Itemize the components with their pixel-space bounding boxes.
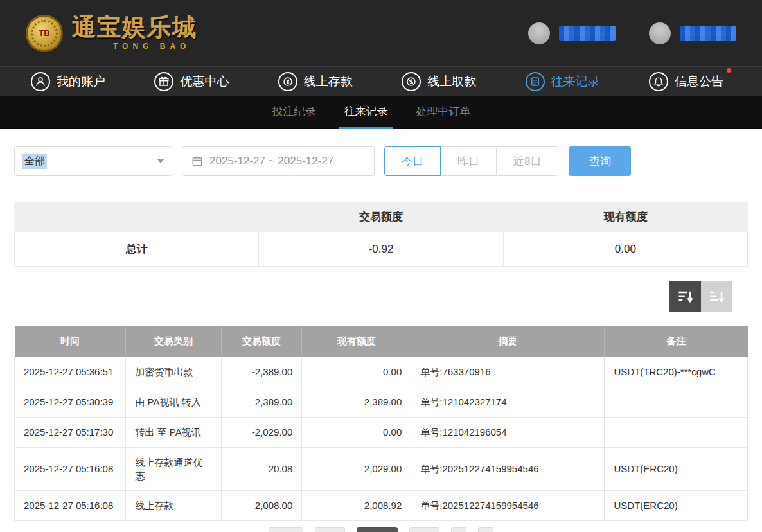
- table-cell: 2025-12-27 05:30:39: [15, 387, 126, 417]
- withdraw-coin-icon: [402, 72, 421, 91]
- table-cell: 线上存款通道优惠: [126, 447, 221, 490]
- table-cell: 单号:202512274159954546: [411, 447, 605, 490]
- table-cell: 2,389.00: [302, 387, 411, 417]
- pagination-bar: [0, 527, 762, 532]
- col-header-summary: 摘要: [411, 326, 605, 357]
- table-cell: 2025-12-27 05:16:08: [15, 447, 126, 490]
- quick-btn-last8days[interactable]: 近8日: [496, 146, 558, 176]
- col-header-time: 时间: [15, 326, 126, 357]
- pagination-button[interactable]: [451, 527, 466, 532]
- sort-ascending-button[interactable]: [701, 281, 732, 312]
- col-header-type: 交易类别: [126, 326, 221, 357]
- chip-tb-label: TB: [39, 28, 49, 38]
- table-cell: USDT(ERC20): [605, 490, 748, 520]
- nav-label: 往来记录: [551, 73, 600, 90]
- user-balance-redacted: [528, 22, 616, 44]
- category-select[interactable]: 全部: [14, 146, 172, 176]
- pagination-button[interactable]: [315, 527, 345, 532]
- nav-item-online-deposit[interactable]: 线上存款: [278, 72, 353, 91]
- nav-item-online-withdrawal[interactable]: 线上取款: [402, 72, 476, 91]
- sort-descending-icon: [677, 288, 695, 306]
- summary-total-row: 总计 -0.92 0.00: [14, 232, 748, 267]
- table-row: 2025-12-27 05:36:51加密货币出款-2,389.000.00单号…: [15, 357, 748, 387]
- table-cell: 由 PA视讯 转入: [126, 387, 221, 417]
- sort-bar: [0, 281, 732, 312]
- quick-btn-yesterday[interactable]: 昨日: [440, 146, 497, 176]
- nav-label: 线上存款: [304, 73, 353, 90]
- col-header-amount: 交易额度: [221, 326, 302, 357]
- table-cell: 单号:121042196054: [411, 417, 605, 447]
- table-row: 2025-12-27 05:17:30转出 至 PA视讯-2,029.000.0…: [15, 417, 748, 447]
- table-cell: -2,029.00: [221, 417, 302, 447]
- summary-header-balance: 现有额度: [503, 209, 748, 224]
- records-icon: [526, 72, 545, 91]
- table-cell: 2,008.00: [221, 490, 302, 520]
- user-account-redacted: [649, 22, 736, 44]
- gift-icon: [154, 72, 173, 91]
- table-cell: 2025-12-27 05:16:08: [15, 490, 126, 520]
- nav-item-promotions[interactable]: 优惠中心: [154, 72, 229, 91]
- nav-item-my-account[interactable]: 我的账户: [31, 72, 105, 91]
- summary-header-amount: 交易额度: [259, 209, 504, 224]
- nav-label: 信息公告: [675, 73, 723, 90]
- table-cell: 转出 至 PA视讯: [126, 417, 221, 447]
- main-nav: 我的账户 优惠中心 线上存款 线上取款: [0, 66, 762, 96]
- table-cell: 2025-12-27 05:36:51: [15, 357, 126, 387]
- table-cell: 2,029.00: [302, 447, 411, 490]
- table-cell: 2,008.92: [302, 490, 411, 520]
- pagination-button[interactable]: [478, 527, 493, 532]
- summary-header-row: 交易额度 现有额度: [14, 202, 748, 232]
- tab-processing-orders[interactable]: 处理中订单: [411, 96, 476, 129]
- sort-descending-button[interactable]: [669, 281, 701, 312]
- records-header-row: 时间 交易类别 交易额度 现有额度 摘要 备注: [15, 326, 748, 357]
- table-cell: 20.08: [221, 447, 302, 490]
- tab-betting-records[interactable]: 投注纪录: [267, 96, 321, 129]
- table-cell: 0.00: [302, 417, 411, 447]
- table-cell: 单号:121042327174: [411, 387, 605, 417]
- table-cell: USDT(ERC20): [605, 447, 748, 490]
- date-range-picker[interactable]: 2025-12-27 ~ 2025-12-27: [182, 146, 375, 176]
- col-header-note: 备注: [605, 326, 748, 357]
- pagination-button[interactable]: [269, 527, 303, 532]
- category-selected-value: 全部: [22, 154, 47, 169]
- table-row: 2025-12-27 05:30:39由 PA视讯 转入2,389.002,38…: [15, 387, 748, 417]
- account-icon: [31, 72, 50, 91]
- pagination-button[interactable]: [409, 527, 439, 532]
- deposit-coin-icon: [278, 72, 297, 91]
- pagination-button[interactable]: [357, 527, 398, 532]
- nav-label: 线上取款: [427, 73, 476, 90]
- records-table: 时间 交易类别 交易额度 现有额度 摘要 备注 2025-12-27 05:36…: [14, 326, 748, 521]
- table-cell: -2,389.00: [221, 357, 302, 387]
- tab-transaction-records[interactable]: 往来记录: [339, 96, 393, 129]
- quick-date-group: 今日 昨日 近8日: [384, 146, 558, 176]
- table-cell: 2025-12-27 05:17:30: [15, 417, 126, 447]
- brand-logo[interactable]: TB 通宝娱乐城 TONG BAO: [26, 15, 197, 52]
- filter-bar: 全部 2025-12-27 ~ 2025-12-27 今日 昨日 近8日 查询: [0, 129, 762, 182]
- brand-title: 通宝娱乐城: [72, 15, 197, 39]
- table-cell: 线上存款: [126, 490, 221, 520]
- table-row: 2025-12-27 05:16:08线上存款通道优惠20.082,029.00…: [15, 447, 748, 490]
- casino-chip-icon: TB: [26, 15, 63, 52]
- col-header-balance: 现有额度: [302, 326, 411, 357]
- table-cell: 单号:763370916: [411, 357, 605, 387]
- quick-btn-today[interactable]: 今日: [384, 146, 441, 176]
- table-cell: [605, 417, 748, 447]
- nav-item-announcements[interactable]: 信息公告: [649, 72, 723, 91]
- summary-table: 交易额度 现有额度 总计 -0.92 0.00: [14, 202, 748, 267]
- nav-label: 优惠中心: [180, 73, 229, 90]
- summary-total-amount: -0.92: [259, 232, 503, 266]
- redacted-text-block: [680, 26, 736, 41]
- brand-subtitle: TONG BAO: [72, 42, 197, 51]
- nav-item-transaction-records[interactable]: 往来记录: [526, 72, 600, 91]
- records-table-body: 2025-12-27 05:36:51加密货币出款-2,389.000.00单号…: [15, 357, 748, 520]
- calendar-icon: [191, 155, 203, 167]
- table-cell: 2,389.00: [221, 387, 302, 417]
- summary-total-label: 总计: [14, 232, 259, 266]
- nav-label: 我的账户: [57, 73, 105, 90]
- table-cell: 单号:202512274159954546: [411, 490, 605, 520]
- query-button[interactable]: 查询: [569, 146, 631, 176]
- sub-nav: 投注纪录 往来记录 处理中订单: [0, 96, 762, 129]
- table-row: 2025-12-27 05:16:08线上存款2,008.002,008.92单…: [15, 490, 748, 520]
- sort-ascending-icon: [708, 288, 726, 306]
- summary-total-balance: 0.00: [504, 232, 748, 266]
